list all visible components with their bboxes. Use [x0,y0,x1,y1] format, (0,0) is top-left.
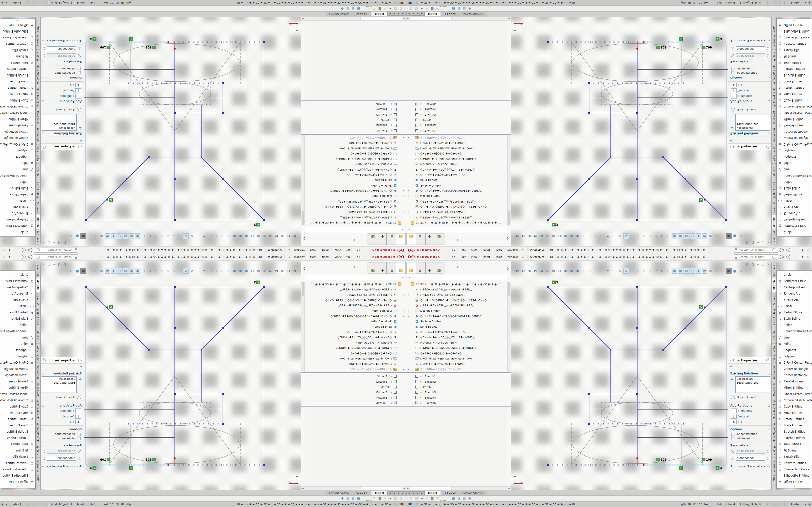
collapse-icon[interactable]: ∧ [768,60,770,63]
flyout-menu-item[interactable]: ◳ Scale Entities [777,422,812,429]
headsup-toolbar-icon[interactable]: ◨ [280,268,286,274]
headsup-toolbar-icon[interactable]: ◍ [684,233,689,239]
headsup-toolbar-icon[interactable]: ▢ [744,233,750,239]
expand-arrow-icon[interactable] [402,294,406,296]
toolbar-icon[interactable]: ▰ [419,6,424,11]
help-icon[interactable]: ? [766,145,770,149]
headsup-toolbar-icon[interactable]: ◕ [68,233,74,239]
toolbar-icon[interactable]: ▤ [451,6,456,11]
option-checkbox[interactable]: For construction [40,432,84,436]
menu-item[interactable]: Tools [308,248,319,252]
flyout-menu-item[interactable]: ⊢ Stretch Entities [0,429,35,435]
sketch-row[interactable]: (-) Sketch6 [406,400,507,406]
tree-row[interactable]: ○♣Ɔ⊃6◦♟○∗◉[○◎○]◉∗○♟◦6⊂Ɔ♣○ [406,146,507,151]
flyout-menu-item[interactable]: ▭ 3 Point Center Recta... [777,359,812,366]
headsup-toolbar-icon[interactable]: ∕ [153,268,158,274]
tree-row[interactable]: Solid Bodies [305,178,406,183]
command-manager-tab[interactable]: Direct Editing [771,307,777,328]
sketch-row[interactable]: Sketch3 [406,117,507,123]
toolbar-icon[interactable]: ⇵ [435,6,440,11]
status-unit-system[interactable]: Custom [788,1,805,4]
headsup-toolbar-icon[interactable]: ▣ [575,268,580,274]
tree-splitter[interactable] [301,372,406,373]
tree-row[interactable]: ○♣ИΝ⊙♟+○∗◉[○◎○]◉∗○+♟⊙ΝИ♣○ [305,157,406,162]
headsup-toolbar-icon[interactable]: ◩ [292,268,298,274]
collapse-icon[interactable]: ∧ [42,132,44,135]
flyout-menu-item[interactable]: ∼ Spline [0,179,35,185]
headsup-toolbar-icon[interactable]: ∧ [648,233,653,239]
headsup-toolbar-icon[interactable]: ↻ [183,268,189,274]
flyout-menu-item[interactable]: ∿ Style Spline [777,316,812,322]
tree-row[interactable]: ○5ИΝ⊙◦♣Α♣⊙ИΝΑ○◎○ΑΝИ⊙♣Α♣◦⊙ΝИ5○ [406,314,507,319]
tree-row[interactable]: ○Ƨ5Ɛ♣◦♟⊙ΛΑΦ○◎○ΦΑΛ⊙♟◦♣Ɛ5Ƨ○ [406,287,507,292]
command-manager-tab[interactable]: Markup [35,444,41,458]
flyout-menu-item[interactable]: ◟ Sketch Fillet [0,47,35,53]
flyout-menu-item[interactable]: ⊡ Center Rectangle [777,135,812,141]
sketch-row[interactable]: (-) Sketch5 [406,390,507,395]
relation-button-icon[interactable]: ❘ [75,414,81,418]
feature-manager-tab[interactable] [377,233,387,245]
command-manager-tab[interactable]: Sketch [771,278,777,292]
headsup-toolbar-icon[interactable]: ◍ [93,233,98,239]
relation-badge[interactable]: ◣ 3 [106,305,113,308]
parameters-section[interactable]: Parameters ∧ [728,443,772,448]
tree-filter-box[interactable] [305,227,405,232]
flyout-menu-item[interactable]: ◜ 3 Point Arc [777,297,812,303]
tree-row[interactable]: ○Ƨ5ƎИΝΛ∩∙○◎○∙∩ΛΝИƎ5Ƨ○ [305,367,406,372]
menu-item[interactable]: Window [505,255,520,259]
flyout-menu-item[interactable]: ↻ Rotate Entities [0,85,35,91]
tree-row[interactable]: ○∙⊙♣○∗◉[○◎○]◉∗○♣⊙∙○ [305,151,406,157]
tree-filter-box[interactable] [407,227,507,232]
toolbar-icon[interactable]: ∟ [367,6,372,11]
add-relation-item[interactable]: ⚓ Fix [40,82,84,88]
panel-expand-icon[interactable]: ❯ [507,237,509,240]
relation-button-icon[interactable]: ⚓ [731,419,737,424]
panel-expand-icon[interactable]: ❯ [507,267,509,270]
headsup-toolbar-icon[interactable]: ⊙ [117,233,122,239]
add-relation-item[interactable]: — Horizontal [728,94,772,99]
headsup-toolbar-icon[interactable]: ✕ [165,233,170,239]
headsup-toolbar-icon[interactable]: ∠ [171,233,176,239]
angle-spinner[interactable]: ▲▼ [42,456,46,461]
tree-row[interactable]: ○Ƨ5Ɛ♣◦♟⊙ΛΑΦ○◎○ΦΑΛ⊙♟◦♣Ɛ5Ƨ○ [406,215,507,220]
option-checkbox[interactable]: Infinite length [40,436,84,441]
scroll-left-icon[interactable]: ◀ [406,488,409,490]
angle-field[interactable]: 0.00000000° [47,46,77,51]
add-relation-item[interactable]: ❘ Vertical [728,413,772,419]
restore-button[interactable] [800,256,803,258]
options-section[interactable]: Options ∧ [40,427,84,432]
headsup-toolbar-icon[interactable]: ▣ [563,268,568,274]
tree-row[interactable]: ○Ƨ5∙∩∗♟ΑΜ○◎○ΜΑ♟∗∩∙5Ƨ○ [305,172,406,178]
headsup-toolbar-icon[interactable]: ◨ [280,233,286,239]
flyout-menu-item[interactable]: ◟ Sketch Fillet [777,47,812,53]
headsup-toolbar-icon[interactable]: ▣ [569,268,574,274]
toolbar-icon[interactable]: ≡ [383,496,388,501]
headsup-toolbar-icon[interactable]: ⊙ [690,268,695,274]
flyout-menu-item[interactable]: ▱ Parallelogram [777,378,812,385]
vcr-button[interactable]: ◀ [397,491,401,495]
flyout-menu-item[interactable]: ◶ Silhouette Entities [777,472,812,479]
headsup-toolbar-icon[interactable]: ◍ [123,233,128,239]
tree-row[interactable]: ○ИΝ◦⊃6◦♟⊙○◎○⊙♟◦6⊂◦ΝИ○ [305,140,406,146]
headsup-toolbar-icon[interactable]: ◍ [714,268,719,274]
toolbar-icon[interactable]: ▥ [456,496,462,501]
command-manager-tab[interactable]: Mold Tools [35,381,41,398]
command-manager-tab[interactable]: Data Migration [35,63,41,86]
model-tab[interactable]: Model [371,12,388,16]
flyout-menu-item[interactable]: ⊛ Circular Sketch Pattern [777,104,812,110]
headsup-toolbar-icon[interactable]: ◧ [286,268,292,274]
headsup-toolbar-icon[interactable]: – [87,268,92,274]
command-manager-tab[interactable]: Weldments [35,362,41,381]
model-tab[interactable]: Motion Study 1 [460,491,487,495]
headsup-toolbar-icon[interactable]: ◕ [738,268,744,274]
sketch-row[interactable]: (-) Sketch2 [305,123,406,128]
option-checkbox[interactable]: Infinite length [728,436,772,441]
command-manager-tab[interactable]: MBD Dimensions [771,457,777,483]
flyout-menu-item[interactable]: ╱ Line [0,166,35,173]
tree-row[interactable]: ○Λ♟⊙♣Ƨ5◦Ɔ○◎○Ɔ◦5Ƨ♣⊙♟Λ○ [305,210,406,215]
flyout-menu-item[interactable]: ◔ Perimeter Circle [0,223,35,229]
headsup-toolbar-icon[interactable]: – [720,233,725,239]
command-manager-tab[interactable]: MBD Dimensions [35,24,41,50]
headsup-toolbar-icon[interactable]: ▤ [195,268,201,274]
headsup-toolbar-icon[interactable]: ◩ [274,268,280,274]
